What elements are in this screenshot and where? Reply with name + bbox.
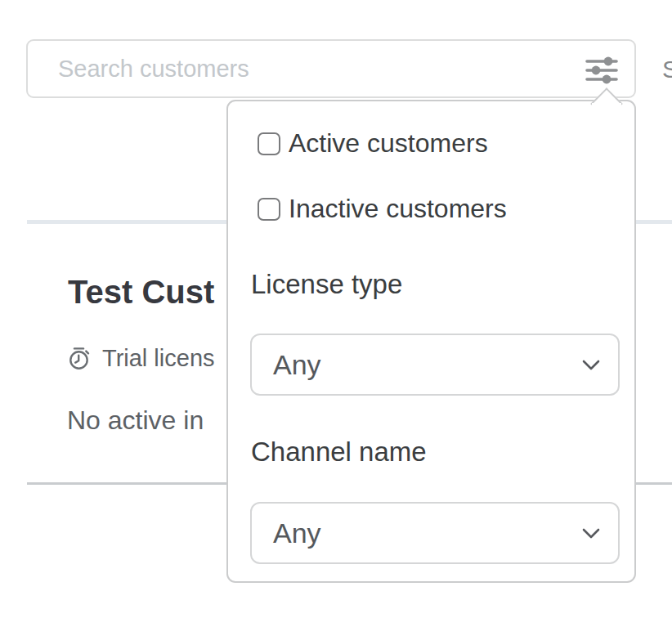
filter-inactive-customers-row[interactable]: Inactive customers bbox=[258, 194, 507, 224]
sort-label-clipped[interactable]: S bbox=[662, 56, 672, 83]
inactive-customers-label: Inactive customers bbox=[289, 194, 507, 224]
customer-installs-text: No active in bbox=[67, 405, 204, 436]
popover-caret-fill bbox=[592, 103, 621, 118]
filter-popover: Active customers Inactive customers Lice… bbox=[226, 100, 636, 583]
channel-name-value: Any bbox=[252, 517, 577, 549]
license-type-value: Any bbox=[252, 349, 577, 381]
filter-button[interactable] bbox=[582, 51, 621, 90]
customer-license-row: Trial licens bbox=[66, 345, 215, 372]
chevron-down-icon bbox=[577, 519, 605, 547]
license-type-select[interactable]: Any bbox=[250, 334, 620, 396]
active-customers-label: Active customers bbox=[289, 128, 488, 159]
search-box bbox=[26, 39, 636, 98]
channel-name-label: Channel name bbox=[251, 437, 427, 468]
customers-page: Test Cust Trial licens No active in bbox=[0, 0, 672, 618]
chevron-down-icon bbox=[577, 351, 605, 378]
filter-active-customers-row[interactable]: Active customers bbox=[258, 128, 488, 159]
sliders-icon bbox=[585, 54, 619, 87]
channel-name-select[interactable]: Any bbox=[250, 502, 620, 564]
license-type-label: License type bbox=[251, 269, 402, 300]
customer-license-text: Trial licens bbox=[102, 345, 215, 372]
stopwatch-icon bbox=[66, 346, 92, 371]
inactive-customers-checkbox[interactable] bbox=[258, 198, 280, 221]
active-customers-checkbox[interactable] bbox=[258, 132, 280, 155]
search-input[interactable] bbox=[28, 41, 634, 96]
customer-name-heading: Test Cust bbox=[68, 273, 214, 311]
